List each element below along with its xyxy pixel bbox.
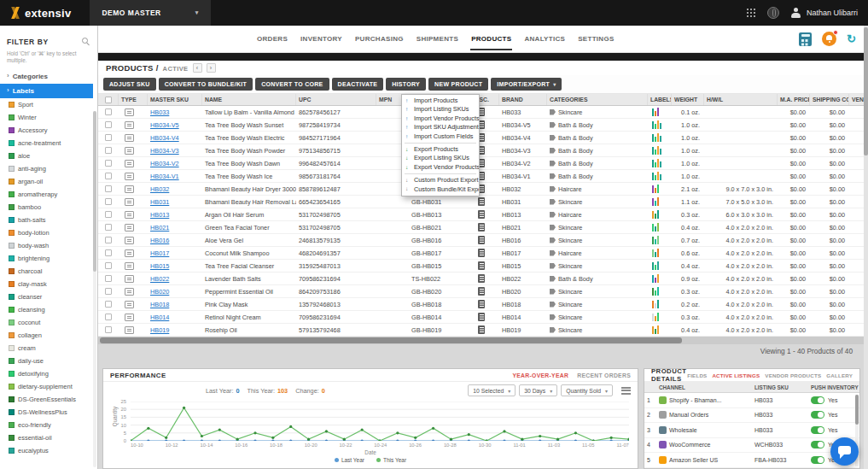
row-checkbox[interactable] bbox=[105, 147, 112, 154]
filter-label-aromatherapy[interactable]: aromatherapy bbox=[0, 188, 97, 201]
push-inventory-toggle[interactable] bbox=[811, 396, 824, 404]
column-header-upc[interactable]: UPC bbox=[296, 94, 376, 105]
master-sku-link[interactable]: HB031 bbox=[150, 198, 169, 206]
date-range-dropdown[interactable]: 30 Days▾ bbox=[519, 384, 557, 396]
row-checkbox[interactable] bbox=[105, 262, 112, 269]
table-row[interactable]: HB013Argan Oil Hair Serum531702498705GB-… bbox=[98, 208, 864, 221]
master-sku-link[interactable]: HB032 bbox=[150, 185, 169, 193]
toolbar-adjust-sku-button[interactable]: ADJUST SKU bbox=[103, 78, 156, 91]
table-row[interactable]: HB014Retinol Night Cream709586231694GB-H… bbox=[98, 311, 864, 324]
push-inventory-toggle[interactable] bbox=[811, 441, 824, 448]
nav-tab-orders[interactable]: ORDERS bbox=[256, 27, 288, 50]
table-row[interactable]: HB019Rosehip Oil579135792468GB-HB019HB01… bbox=[98, 324, 864, 337]
column-header-channel[interactable]: CHANNEL bbox=[656, 384, 752, 390]
column-header-vend[interactable]: VEND... bbox=[849, 94, 864, 105]
filter-label-cleansing[interactable]: cleansing bbox=[0, 303, 97, 316]
row-checkbox[interactable] bbox=[105, 173, 112, 179]
notifications-bell-icon[interactable] bbox=[822, 32, 836, 46]
search-icon[interactable] bbox=[82, 38, 90, 46]
description-icon[interactable] bbox=[478, 274, 485, 283]
master-sku-link[interactable]: HB033 bbox=[150, 108, 169, 116]
master-sku-link[interactable]: HB020 bbox=[150, 288, 169, 296]
table-row[interactable]: HB020Peppermint Essential Oil86420975318… bbox=[98, 285, 864, 298]
filter-label-bamboo[interactable]: bamboo bbox=[0, 201, 97, 214]
master-sku-link[interactable]: HB016 bbox=[150, 237, 169, 244]
row-checkbox[interactable] bbox=[105, 134, 112, 141]
column-header-weight[interactable]: WEIGHT bbox=[672, 94, 704, 105]
table-row[interactable]: HB017Coconut Milk Shampoo468204691357GB-… bbox=[98, 247, 864, 260]
description-icon[interactable] bbox=[478, 210, 485, 219]
refresh-icon[interactable]: ↻ bbox=[847, 33, 856, 44]
master-sku-link[interactable]: HB015 bbox=[150, 262, 169, 270]
table-row[interactable]: HB032Bhamani Beauty Hair Dryer 300085878… bbox=[98, 183, 864, 196]
nav-tab-shipments[interactable]: SHIPMENTS bbox=[416, 27, 459, 50]
selected-products-dropdown[interactable]: 10 Selected▾ bbox=[468, 384, 516, 396]
table-scrollbar-thumb[interactable] bbox=[100, 337, 682, 343]
column-header-check[interactable] bbox=[98, 94, 119, 105]
nav-tab-products[interactable]: PRODUCTS bbox=[470, 27, 512, 50]
listing-row[interactable]: 4WooCommerceWCHB033Yes bbox=[644, 438, 859, 454]
toolbar-new-product-button[interactable]: NEW PRODUCT bbox=[428, 78, 488, 91]
row-checkbox[interactable] bbox=[105, 185, 112, 192]
filter-label-clay-mask[interactable]: clay-mask bbox=[0, 278, 97, 290]
legend-item-last-year[interactable]: Last Year bbox=[335, 457, 364, 463]
filter-label-ds-wellnessplus[interactable]: DS-WellnessPlus bbox=[0, 406, 97, 419]
performance-tab-recent-orders[interactable]: RECENT ORDERS bbox=[577, 372, 631, 378]
menu-item-export-vendor-products[interactable]: ↓Export Vendor Products bbox=[402, 163, 479, 172]
filter-label-bath-salts[interactable]: bath-salts bbox=[0, 214, 97, 226]
column-header-labels[interactable]: LABELS bbox=[648, 94, 672, 105]
description-icon[interactable] bbox=[478, 223, 485, 232]
select-all-checkbox[interactable] bbox=[105, 97, 112, 103]
filter-label-charcoal[interactable]: charcoal bbox=[0, 265, 97, 278]
sidebar-scrollbar[interactable] bbox=[93, 111, 96, 467]
filter-label-body-wash[interactable]: body-wash bbox=[0, 239, 97, 252]
listing-row[interactable]: 5Amazon Seller USFBA-HB033Yes bbox=[644, 453, 859, 468]
column-header-name[interactable]: NAME bbox=[202, 94, 296, 105]
description-icon[interactable] bbox=[478, 300, 485, 308]
row-checkbox[interactable] bbox=[105, 237, 112, 243]
filter-label-cream[interactable]: cream bbox=[0, 342, 97, 355]
column-header-brand[interactable]: BRAND bbox=[499, 94, 547, 105]
table-row[interactable]: HB034-V5Tea Tree Body Wash Sunset9872584… bbox=[98, 119, 864, 132]
table-row[interactable]: HB022Lavender Bath Salts709586231694TS-H… bbox=[98, 273, 864, 285]
filter-label-argan-oil[interactable]: argan-oil bbox=[0, 175, 97, 188]
sidebar-section-categories[interactable]: › Categories bbox=[0, 69, 97, 84]
filter-label-body-lotion[interactable]: body-lotion bbox=[0, 226, 97, 239]
chart-menu-icon[interactable] bbox=[621, 387, 631, 395]
menu-item-import-sku-adjustments[interactable]: ↑Import SKU Adjustments bbox=[402, 123, 479, 132]
product-details-tab-active-listings[interactable]: ACTIVE LISTINGS bbox=[712, 372, 760, 378]
master-sku-link[interactable]: HB013 bbox=[150, 211, 169, 219]
sidebar-scrollbar-thumb[interactable] bbox=[93, 111, 96, 272]
row-checkbox[interactable] bbox=[105, 160, 112, 167]
page-scrollbar[interactable] bbox=[864, 26, 868, 469]
filter-label-aloe[interactable]: aloe bbox=[0, 149, 97, 162]
filter-label-eco-friendly[interactable]: eco-friendly bbox=[0, 419, 97, 431]
table-row[interactable]: HB034-V4Tea Tree Body Wash Electric98452… bbox=[98, 132, 864, 144]
listings-scrollbar-thumb[interactable] bbox=[855, 395, 859, 425]
next-page-button[interactable]: › bbox=[207, 63, 216, 73]
table-row[interactable]: HB016Aloe Vera Gel246813579135GB-HB016HB… bbox=[98, 234, 864, 247]
listing-row[interactable]: 1Shopify - Bhaman...HB033Yes bbox=[644, 393, 859, 408]
master-sku-link[interactable]: HB018 bbox=[150, 301, 169, 308]
row-checkbox[interactable] bbox=[105, 301, 112, 308]
column-header-listing-sku[interactable]: LISTING SKU bbox=[752, 384, 808, 390]
nav-tab-inventory[interactable]: INVENTORY bbox=[300, 27, 343, 50]
menu-item-import-products[interactable]: ↑Import Products bbox=[402, 97, 479, 105]
menu-item-import-custom-fields[interactable]: ↑Import Custom Fields bbox=[402, 132, 479, 141]
table-horizontal-scrollbar[interactable] bbox=[98, 337, 864, 344]
filter-label-acne-treatment[interactable]: acne-treatment bbox=[0, 137, 97, 149]
listing-row[interactable]: 2Manual OrdersHB033Yes bbox=[644, 408, 859, 424]
column-header-h-w-l[interactable]: H/W/L bbox=[704, 94, 778, 105]
row-checkbox[interactable] bbox=[105, 326, 112, 333]
table-row[interactable]: HB034-V1Tea Tree Body Wash Ice9856731817… bbox=[98, 170, 864, 183]
account-selector[interactable]: DEMO MASTER ▾ bbox=[90, 0, 210, 26]
line-chart[interactable] bbox=[131, 402, 629, 441]
table-row[interactable]: HB018Pink Clay Mask135792468013GB-HB018H… bbox=[98, 298, 864, 311]
filter-label-cleanser[interactable]: cleanser bbox=[0, 290, 97, 303]
row-checkbox[interactable] bbox=[105, 288, 112, 295]
listing-row[interactable]: 3WholesaleHB033Yes bbox=[644, 423, 859, 438]
toolbar-convert-to-core-button[interactable]: CONVERT TO CORE bbox=[255, 78, 329, 91]
filter-label-anti-aging[interactable]: anti-aging bbox=[0, 162, 97, 175]
filter-label-eucalyptus[interactable]: eucalyptus bbox=[0, 444, 97, 457]
master-sku-link[interactable]: HB034-V5 bbox=[150, 121, 179, 129]
